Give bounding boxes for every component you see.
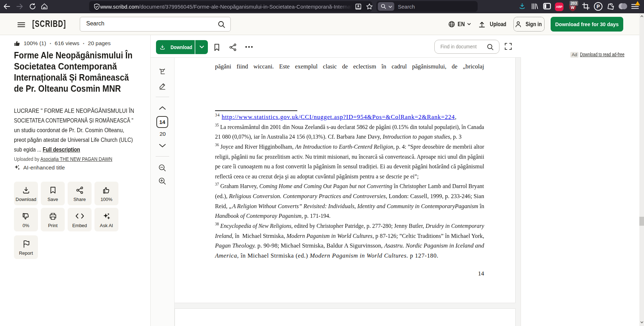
svg-text:W: W (571, 5, 575, 10)
